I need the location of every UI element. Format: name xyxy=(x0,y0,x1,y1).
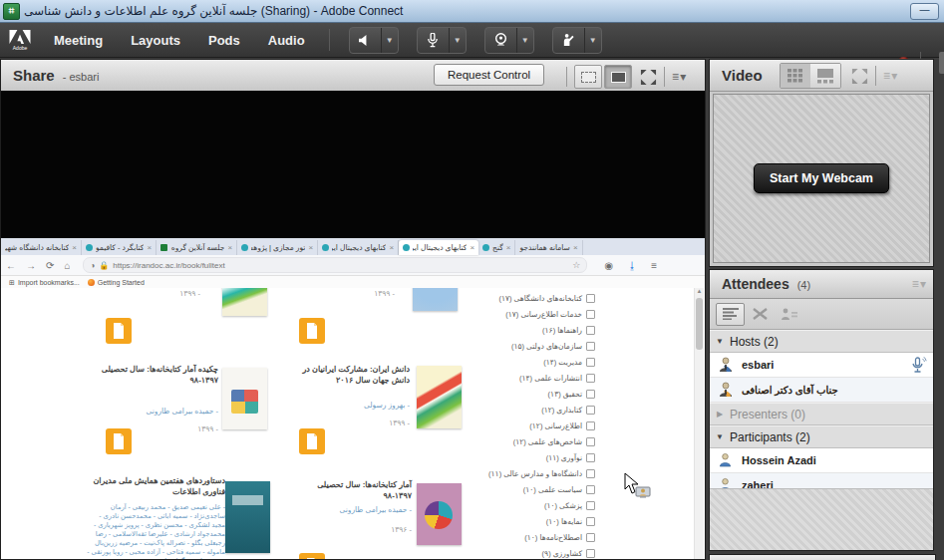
attendee-row-hossein[interactable]: Hossein Azadi xyxy=(710,448,933,473)
checkbox-icon[interactable] xyxy=(586,326,595,335)
filter-item[interactable]: کتابداری (۱۲) xyxy=(470,402,595,418)
filter-item[interactable]: اطلاع‌رسانی (۱۲) xyxy=(470,418,595,433)
share-pod-menu-icon[interactable]: ≡ ▾ xyxy=(672,70,685,84)
checkbox-icon[interactable] xyxy=(586,533,595,542)
filter-item[interactable]: پزشکی (۱۰) xyxy=(470,497,595,513)
book-cover[interactable] xyxy=(417,366,462,428)
book-cover[interactable] xyxy=(225,481,270,553)
participants-section[interactable]: ▼ Participants (2) xyxy=(710,425,933,448)
import-bookmarks-item[interactable]: ⊞ Import bookmarks... xyxy=(9,279,80,287)
browser-tab[interactable]: کتابخانه دانشگاه شهید بهشتی × xyxy=(1,240,82,255)
filter-item[interactable]: شاخص‌های علمی (۱۲) xyxy=(470,433,595,449)
browser-tab[interactable]: کتابهای دیجیتال ایران × xyxy=(318,240,399,255)
book-cover[interactable] xyxy=(413,288,458,311)
filter-item[interactable]: اصطلاح‌نامه‌ها (۱۰) xyxy=(470,529,595,545)
webcam-button[interactable]: ▼ xyxy=(484,27,534,54)
pdf-download-icon[interactable] xyxy=(106,318,132,344)
filter-item[interactable]: نمایه‌ها (۱۰) xyxy=(470,513,595,529)
filter-item[interactable]: سازمان‌های دولتی (۱۵) xyxy=(470,338,595,354)
book-author[interactable]: - حمیده بیرامی طارونی xyxy=(292,505,412,514)
browser-tab[interactable]: سامانه همانندجو × xyxy=(515,240,582,255)
book-title[interactable]: دستاوردهای هفتمین همایش ملی مدیران فناور… xyxy=(86,475,225,497)
checkbox-icon[interactable] xyxy=(586,342,595,351)
attendee-status-view-icon[interactable] xyxy=(776,304,802,325)
raise-hand-icon[interactable] xyxy=(553,28,585,53)
browser-tab[interactable]: کتابهای دیجیتال ایران × xyxy=(399,240,478,255)
page-scrollbar[interactable]: ▲ xyxy=(694,288,704,559)
checkbox-icon[interactable] xyxy=(586,294,595,303)
book-cover[interactable] xyxy=(222,288,267,316)
book-title[interactable]: چکیده آمار کتابخانه‌ها: سال تحصیلی ۱۳۹۷-… xyxy=(86,364,218,386)
filter-item[interactable]: خدمات اطلاع‌رسانی (۱۷) xyxy=(470,306,595,322)
menu-audio[interactable]: Audio xyxy=(268,33,305,48)
minimize-button[interactable]: — xyxy=(910,3,939,20)
actual-size-view-button[interactable] xyxy=(604,65,632,89)
checkbox-icon[interactable] xyxy=(586,549,595,558)
pdf-download-icon[interactable] xyxy=(299,553,325,559)
browser-tab[interactable]: گنج × xyxy=(478,240,515,255)
browser-menu-icon[interactable]: ≡ xyxy=(651,260,657,271)
download-icon[interactable]: ⭳ xyxy=(627,260,637,271)
scrollbar-thumb[interactable] xyxy=(696,298,703,350)
tab-close-icon[interactable]: × xyxy=(506,243,511,252)
url-bar[interactable]: ◑ 🔒 https://irandoc.ac.ir/book/fulltext … xyxy=(83,257,587,273)
microphone-icon[interactable] xyxy=(418,28,450,53)
checkbox-icon[interactable] xyxy=(586,374,595,383)
pdf-download-icon[interactable] xyxy=(299,318,325,344)
menu-pods[interactable]: Pods xyxy=(208,33,240,48)
checkbox-icon[interactable] xyxy=(586,310,595,319)
tab-close-icon[interactable]: × xyxy=(389,243,394,252)
book-cover[interactable] xyxy=(417,483,462,545)
raise-hand-dropdown[interactable]: ▼ xyxy=(585,28,601,53)
filter-item[interactable]: نوآوری (۱۱) xyxy=(470,449,595,465)
video-pod-menu-icon[interactable]: ≡ ▾ xyxy=(883,69,896,83)
bookmark-star-icon[interactable]: ☆ xyxy=(572,260,580,270)
pdf-download-icon[interactable] xyxy=(299,428,325,454)
attendee-row-dr-asnafi[interactable]: جناب آقای دکتر اصنافی xyxy=(710,378,933,403)
book-author[interactable]: - حمیده بیرامی طارونی xyxy=(86,407,218,416)
checkbox-icon[interactable] xyxy=(586,517,595,526)
book-cover[interactable] xyxy=(222,368,267,429)
checkbox-icon[interactable] xyxy=(586,421,595,430)
forward-icon[interactable]: → xyxy=(26,260,36,271)
grid-view-icon[interactable] xyxy=(781,64,810,88)
microphone-button[interactable]: ▼ xyxy=(417,27,467,54)
filter-item[interactable]: دانشگاه‌ها و مدارس عالی (۱۱) xyxy=(470,465,595,481)
filter-item[interactable]: کشاورزی (۹) xyxy=(470,545,595,559)
tab-close-icon[interactable]: × xyxy=(573,243,578,252)
presenters-section[interactable]: ▶ Presenters (0) xyxy=(710,403,933,425)
getting-started-item[interactable]: Getting Started xyxy=(88,279,145,286)
tab-close-icon[interactable]: × xyxy=(308,243,313,252)
fit-view-button[interactable] xyxy=(574,65,602,89)
scroll-up-icon[interactable]: ▲ xyxy=(695,288,704,294)
filter-item[interactable]: انتشارات علمی (۱۴) xyxy=(470,370,595,386)
adobe-logo-icon[interactable]: Adobe xyxy=(0,23,40,57)
reload-icon[interactable]: ⟳ xyxy=(46,260,54,271)
book-author[interactable]: - علی نعیمی صدیق - محمد ربیعی - آرمان سا… xyxy=(86,502,225,559)
checkbox-icon[interactable] xyxy=(586,501,595,510)
collapse-triangle-icon[interactable]: ▼ xyxy=(710,337,730,346)
checkbox-icon[interactable] xyxy=(586,485,595,494)
active-mic-icon[interactable] xyxy=(909,356,927,376)
privacy-mask-icon[interactable]: ◉ xyxy=(604,260,613,271)
fullscreen-icon[interactable] xyxy=(640,69,657,86)
raise-hand-button[interactable]: ▼ xyxy=(552,27,602,54)
filter-item[interactable]: راهنماها (۱۶) xyxy=(470,322,595,338)
checkbox-icon[interactable] xyxy=(586,453,595,462)
speaker-icon[interactable] xyxy=(350,28,382,53)
book-title[interactable]: آمار کتابخانه‌ها: سال تحصیلی ۱۳۹۷-۹۸ xyxy=(292,479,412,501)
home-icon[interactable]: ⌂ xyxy=(64,260,70,271)
webcam-icon[interactable] xyxy=(485,28,517,53)
book-title[interactable]: دانش ایران: مشارکت ایرانیان در دانش جهان… xyxy=(292,364,410,386)
filter-item[interactable]: مدیریت (۱۴) xyxy=(470,354,595,370)
start-webcam-button[interactable]: Start My Webcam xyxy=(754,163,889,193)
microphone-dropdown[interactable]: ▼ xyxy=(450,28,466,53)
filter-item[interactable]: تحقیق (۱۳) xyxy=(470,386,595,402)
filter-item[interactable]: کتابخانه‌های دانشگاهی (۱۷) xyxy=(470,290,595,306)
breakout-view-icon[interactable] xyxy=(747,304,774,325)
shield-icon[interactable]: ◑ xyxy=(90,261,95,270)
tab-close-icon[interactable]: × xyxy=(147,243,152,252)
tab-close-icon[interactable]: × xyxy=(227,243,232,252)
checkbox-icon[interactable] xyxy=(586,390,595,399)
book-author[interactable]: - بهروز رسولی xyxy=(292,401,410,410)
